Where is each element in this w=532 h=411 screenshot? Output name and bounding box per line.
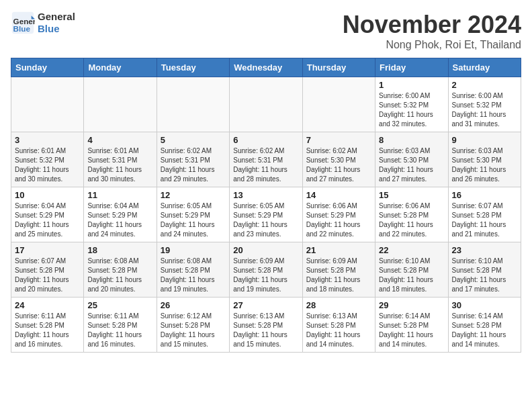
calendar-cell: 21Sunrise: 6:09 AM Sunset: 5:28 PM Dayli… [302, 242, 375, 298]
calendar-cell: 12Sunrise: 6:05 AM Sunset: 5:29 PM Dayli… [157, 187, 229, 242]
day-info: Sunrise: 6:01 AM Sunset: 5:32 PM Dayligh… [15, 146, 80, 184]
day-number: 13 [233, 190, 298, 200]
calendar-cell [230, 77, 302, 132]
day-number: 5 [161, 135, 226, 145]
title-block: November 2024 Nong Phok, Roi Et, Thailan… [343, 11, 521, 51]
week-row-1: 1Sunrise: 6:00 AM Sunset: 5:32 PM Daylig… [11, 77, 521, 132]
calendar-cell: 28Sunrise: 6:13 AM Sunset: 5:28 PM Dayli… [302, 298, 375, 353]
day-info: Sunrise: 6:01 AM Sunset: 5:31 PM Dayligh… [87, 146, 152, 184]
day-number: 6 [233, 135, 298, 145]
day-info: Sunrise: 6:13 AM Sunset: 5:28 PM Dayligh… [233, 312, 298, 349]
day-number: 30 [452, 300, 517, 310]
calendar-cell: 19Sunrise: 6:08 AM Sunset: 5:28 PM Dayli… [157, 242, 229, 298]
weekday-header-monday: Monday [84, 58, 157, 77]
day-info: Sunrise: 6:07 AM Sunset: 5:28 PM Dayligh… [452, 201, 517, 239]
week-row-3: 10Sunrise: 6:04 AM Sunset: 5:29 PM Dayli… [11, 187, 521, 242]
svg-text:Blue: Blue [13, 24, 31, 33]
day-info: Sunrise: 6:03 AM Sunset: 5:30 PM Dayligh… [452, 146, 517, 184]
week-row-2: 3Sunrise: 6:01 AM Sunset: 5:32 PM Daylig… [11, 132, 521, 187]
calendar-cell: 18Sunrise: 6:08 AM Sunset: 5:28 PM Dayli… [84, 242, 157, 298]
calendar-cell: 23Sunrise: 6:10 AM Sunset: 5:28 PM Dayli… [448, 242, 521, 298]
calendar-cell: 7Sunrise: 6:02 AM Sunset: 5:30 PM Daylig… [302, 132, 375, 187]
calendar-cell: 24Sunrise: 6:11 AM Sunset: 5:28 PM Dayli… [11, 298, 84, 353]
day-number: 22 [379, 245, 444, 255]
day-info: Sunrise: 6:05 AM Sunset: 5:29 PM Dayligh… [161, 201, 226, 239]
day-number: 3 [15, 135, 80, 145]
day-info: Sunrise: 6:12 AM Sunset: 5:28 PM Dayligh… [161, 312, 226, 349]
day-number: 16 [452, 190, 517, 200]
day-number: 27 [233, 300, 298, 310]
day-info: Sunrise: 6:06 AM Sunset: 5:28 PM Dayligh… [379, 201, 444, 239]
calendar-cell [11, 77, 84, 132]
month-title: November 2024 [343, 11, 521, 39]
day-info: Sunrise: 6:02 AM Sunset: 5:30 PM Dayligh… [306, 146, 371, 184]
day-number: 14 [306, 190, 371, 200]
calendar-cell: 2Sunrise: 6:00 AM Sunset: 5:32 PM Daylig… [448, 77, 521, 132]
day-number: 28 [306, 300, 371, 310]
day-number: 7 [306, 135, 371, 145]
day-number: 20 [233, 245, 298, 255]
calendar-cell: 16Sunrise: 6:07 AM Sunset: 5:28 PM Dayli… [448, 187, 521, 242]
calendar-cell: 6Sunrise: 6:02 AM Sunset: 5:31 PM Daylig… [230, 132, 302, 187]
day-number: 10 [15, 190, 80, 200]
day-number: 17 [15, 245, 80, 255]
day-number: 12 [161, 190, 226, 200]
day-number: 9 [452, 135, 517, 145]
calendar-cell [157, 77, 229, 132]
day-info: Sunrise: 6:06 AM Sunset: 5:29 PM Dayligh… [306, 201, 371, 239]
day-info: Sunrise: 6:10 AM Sunset: 5:28 PM Dayligh… [379, 257, 444, 294]
weekday-header-friday: Friday [375, 58, 448, 77]
day-info: Sunrise: 6:07 AM Sunset: 5:28 PM Dayligh… [15, 257, 80, 294]
day-number: 8 [379, 135, 444, 145]
day-info: Sunrise: 6:09 AM Sunset: 5:28 PM Dayligh… [233, 257, 298, 294]
day-number: 4 [87, 135, 152, 145]
day-info: Sunrise: 6:02 AM Sunset: 5:31 PM Dayligh… [161, 146, 226, 184]
day-info: Sunrise: 6:08 AM Sunset: 5:28 PM Dayligh… [87, 257, 152, 294]
day-info: Sunrise: 6:14 AM Sunset: 5:28 PM Dayligh… [452, 312, 517, 349]
day-info: Sunrise: 6:03 AM Sunset: 5:30 PM Dayligh… [379, 146, 444, 184]
calendar-cell: 27Sunrise: 6:13 AM Sunset: 5:28 PM Dayli… [230, 298, 302, 353]
day-number: 21 [306, 245, 371, 255]
weekday-header-row: SundayMondayTuesdayWednesdayThursdayFrid… [11, 58, 521, 77]
calendar-cell: 1Sunrise: 6:00 AM Sunset: 5:32 PM Daylig… [375, 77, 448, 132]
weekday-header-wednesday: Wednesday [230, 58, 302, 77]
day-number: 2 [452, 80, 517, 90]
calendar-cell: 4Sunrise: 6:01 AM Sunset: 5:31 PM Daylig… [84, 132, 157, 187]
day-number: 23 [452, 245, 517, 255]
day-number: 11 [87, 190, 152, 200]
day-info: Sunrise: 6:10 AM Sunset: 5:28 PM Dayligh… [452, 257, 517, 294]
day-info: Sunrise: 6:04 AM Sunset: 5:29 PM Dayligh… [87, 201, 152, 239]
calendar-cell: 3Sunrise: 6:01 AM Sunset: 5:32 PM Daylig… [11, 132, 84, 187]
week-row-4: 17Sunrise: 6:07 AM Sunset: 5:28 PM Dayli… [11, 242, 521, 298]
day-number: 29 [379, 300, 444, 310]
day-number: 19 [161, 245, 226, 255]
weekday-header-tuesday: Tuesday [157, 58, 229, 77]
day-number: 18 [87, 245, 152, 255]
location-title: Nong Phok, Roi Et, Thailand [343, 39, 521, 51]
calendar-cell: 22Sunrise: 6:10 AM Sunset: 5:28 PM Dayli… [375, 242, 448, 298]
day-number: 24 [15, 300, 80, 310]
weekday-header-thursday: Thursday [302, 58, 375, 77]
weekday-header-saturday: Saturday [448, 58, 521, 77]
day-info: Sunrise: 6:11 AM Sunset: 5:28 PM Dayligh… [15, 312, 80, 349]
calendar-cell: 10Sunrise: 6:04 AM Sunset: 5:29 PM Dayli… [11, 187, 84, 242]
calendar-cell: 17Sunrise: 6:07 AM Sunset: 5:28 PM Dayli… [11, 242, 84, 298]
calendar-cell: 14Sunrise: 6:06 AM Sunset: 5:29 PM Dayli… [302, 187, 375, 242]
calendar-cell: 25Sunrise: 6:11 AM Sunset: 5:28 PM Dayli… [84, 298, 157, 353]
calendar-cell: 26Sunrise: 6:12 AM Sunset: 5:28 PM Dayli… [157, 298, 229, 353]
calendar-cell: 11Sunrise: 6:04 AM Sunset: 5:29 PM Dayli… [84, 187, 157, 242]
calendar-cell [84, 77, 157, 132]
calendar-cell: 8Sunrise: 6:03 AM Sunset: 5:30 PM Daylig… [375, 132, 448, 187]
calendar-cell [302, 77, 375, 132]
calendar-cell: 20Sunrise: 6:09 AM Sunset: 5:28 PM Dayli… [230, 242, 302, 298]
day-number: 25 [87, 300, 152, 310]
day-info: Sunrise: 6:11 AM Sunset: 5:28 PM Dayligh… [87, 312, 152, 349]
day-info: Sunrise: 6:08 AM Sunset: 5:28 PM Dayligh… [161, 257, 226, 294]
day-info: Sunrise: 6:00 AM Sunset: 5:32 PM Dayligh… [379, 91, 444, 129]
day-info: Sunrise: 6:05 AM Sunset: 5:29 PM Dayligh… [233, 201, 298, 239]
logo: General Blue General Blue [11, 11, 75, 35]
day-info: Sunrise: 6:02 AM Sunset: 5:31 PM Dayligh… [233, 146, 298, 184]
logo-icon: General Blue [11, 11, 35, 35]
calendar-cell: 29Sunrise: 6:14 AM Sunset: 5:28 PM Dayli… [375, 298, 448, 353]
weekday-header-sunday: Sunday [11, 58, 84, 77]
